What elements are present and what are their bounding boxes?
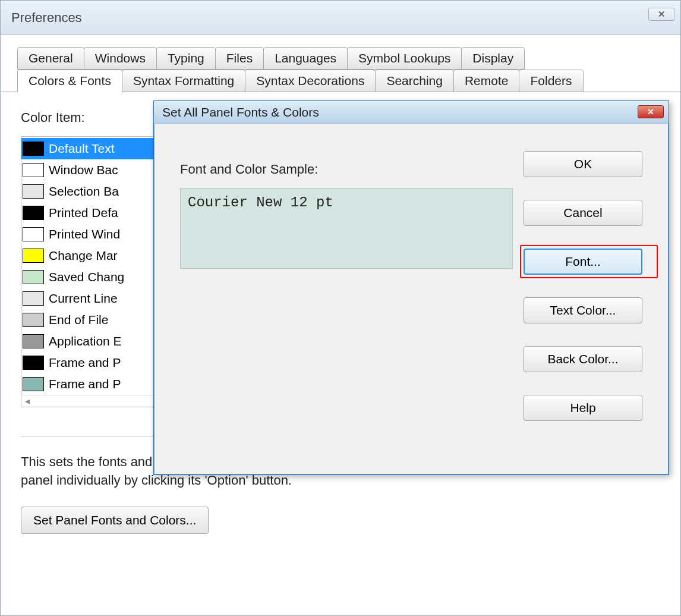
tab-syntax-decorations[interactable]: Syntax Decorations (245, 70, 376, 92)
tab-label: Typing (168, 51, 204, 65)
color-list-item[interactable]: Default Text (21, 138, 163, 159)
tab-label: Syntax Formatting (133, 74, 234, 88)
color-list-item[interactable]: Printed Defa (21, 202, 163, 224)
text-color-button[interactable]: Text Color... (524, 297, 642, 323)
font-button[interactable]: Font... (524, 249, 642, 275)
color-item-label-text: Window Bac (49, 163, 118, 177)
tab-label: Folders (530, 74, 572, 88)
tab-label: Symbol Lookups (358, 51, 450, 65)
cancel-button[interactable]: Cancel (524, 200, 642, 226)
color-item-label-text: Frame and P (49, 377, 121, 391)
color-item-list[interactable]: Default TextWindow BacSelection BaPrinte… (21, 136, 163, 407)
color-item-label-text: Printed Defa (49, 206, 118, 220)
tab-label: General (29, 51, 73, 65)
color-item-label-text: End of File (49, 313, 108, 327)
tab-general[interactable]: General (17, 47, 84, 70)
ok-button[interactable]: OK (524, 151, 642, 177)
color-swatch (23, 334, 44, 348)
color-list-item[interactable]: Frame and P (21, 352, 163, 373)
color-item-label-text: Default Text (49, 142, 115, 156)
close-icon: ✕ (658, 9, 666, 20)
dialog-body: Font and Color Sample: Courier New 12 pt… (154, 124, 669, 474)
tab-row-1: General Windows Typing Files Languages S… (1, 47, 680, 70)
button-label: Font... (565, 254, 601, 269)
tab-folders[interactable]: Folders (519, 70, 583, 92)
color-swatch (23, 249, 44, 263)
dialog-title: Set All Panel Fonts & Colors (162, 105, 319, 120)
dialog-button-column: OK Cancel Font... Text Color... Back Col… (524, 147, 654, 460)
dialog-titlebar: Set All Panel Fonts & Colors ✕ (154, 101, 669, 124)
tab-label: Syntax Decorations (256, 74, 364, 88)
color-item-label-text: Application E (49, 334, 122, 348)
sample-text: Courier New 12 pt (188, 194, 333, 210)
highlight-box: Font... (520, 245, 658, 278)
button-label: Set Panel Fonts and Colors... (33, 513, 196, 527)
button-label: Back Color... (547, 352, 618, 366)
button-label: OK (574, 157, 592, 171)
color-list-item[interactable]: Window Bac (21, 159, 163, 181)
color-swatch (23, 313, 44, 327)
tab-label: Windows (95, 51, 146, 65)
tab-label: Searching (386, 74, 443, 88)
color-swatch (23, 206, 44, 220)
color-list-item[interactable]: Current Line (21, 288, 163, 309)
tab-syntax-formatting[interactable]: Syntax Formatting (122, 70, 245, 92)
tab-remote[interactable]: Remote (453, 70, 520, 92)
preferences-titlebar: Preferences ✕ (1, 1, 680, 35)
color-list-item[interactable]: Selection Ba (21, 181, 163, 202)
dialog-left-pane: Font and Color Sample: Courier New 12 pt (180, 147, 524, 460)
tab-searching[interactable]: Searching (375, 70, 454, 92)
tab-label: Display (472, 51, 513, 65)
set-all-panel-fonts-dialog: Set All Panel Fonts & Colors ✕ Font and … (153, 100, 669, 475)
tab-languages[interactable]: Languages (263, 47, 348, 70)
font-color-sample: Courier New 12 pt (180, 188, 513, 269)
sample-label: Font and Color Sample: (180, 162, 524, 177)
color-swatch (23, 163, 44, 177)
tab-label: Languages (275, 51, 336, 65)
close-icon: ✕ (647, 107, 654, 117)
help-button[interactable]: Help (524, 395, 642, 421)
tab-label: Colors & Fonts (29, 74, 111, 88)
color-item-label-text: Printed Wind (49, 227, 120, 241)
color-list-item[interactable]: Printed Wind (21, 224, 163, 245)
tab-files[interactable]: Files (215, 47, 264, 70)
tab-label: Files (226, 51, 253, 65)
dialog-close-button[interactable]: ✕ (638, 105, 664, 118)
color-swatch (23, 270, 44, 284)
color-item-label-text: Current Line (49, 291, 118, 306)
color-item-label-text: Frame and P (49, 356, 121, 370)
scroll-left-arrow[interactable]: ◂ (21, 395, 163, 407)
color-swatch (23, 291, 44, 306)
button-label: Cancel (563, 206, 602, 220)
tab-display[interactable]: Display (461, 47, 525, 70)
color-swatch (23, 184, 44, 199)
tab-typing[interactable]: Typing (156, 47, 216, 70)
tab-colors-fonts[interactable]: Colors & Fonts (17, 70, 122, 92)
color-list-item[interactable]: End of File (21, 309, 163, 331)
back-color-button[interactable]: Back Color... (524, 346, 642, 372)
button-label: Help (570, 401, 595, 415)
color-list-item[interactable]: Change Mar (21, 245, 163, 266)
color-list-item[interactable]: Frame and P (21, 373, 163, 395)
color-list-item[interactable]: Saved Chang (21, 266, 163, 288)
color-item-label-text: Change Mar (49, 249, 118, 263)
color-swatch (23, 142, 44, 156)
color-swatch (23, 227, 44, 241)
tab-row-2: Colors & Fonts Syntax Formatting Syntax … (1, 70, 680, 92)
color-swatch (23, 356, 44, 370)
preferences-close-button[interactable]: ✕ (648, 8, 674, 21)
set-panel-fonts-button[interactable]: Set Panel Fonts and Colors... (21, 507, 209, 534)
button-label: Text Color... (550, 303, 616, 318)
preferences-title: Preferences (11, 10, 82, 26)
tab-windows[interactable]: Windows (84, 47, 157, 70)
color-item-label-text: Saved Chang (49, 270, 124, 284)
color-list-item[interactable]: Application E (21, 331, 163, 352)
tab-label: Remote (465, 74, 509, 88)
tab-symbol-lookups[interactable]: Symbol Lookups (347, 47, 462, 70)
color-item-label-text: Selection Ba (49, 184, 119, 199)
color-swatch (23, 377, 44, 391)
